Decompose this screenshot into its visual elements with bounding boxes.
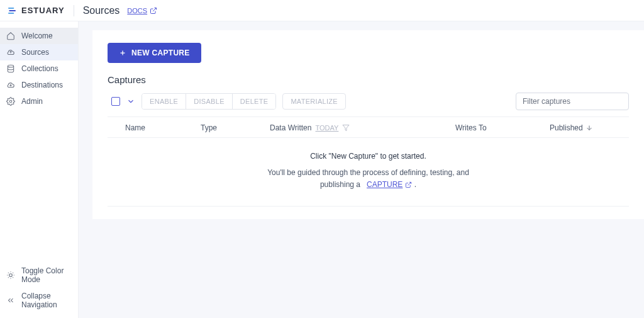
gear-icon [6,97,15,106]
svg-point-0 [8,65,13,67]
col-checkbox-spacer [111,123,125,132]
header-divider [74,5,74,16]
svg-point-2 [9,274,13,277]
col-writes-to[interactable]: Writes To [455,123,550,132]
sidebar-item-label: Collections [21,64,58,73]
col-data-written-label: Data Written [270,123,311,132]
external-link-icon [150,7,157,14]
collapse-nav-label: Collapse Navigation [21,292,72,309]
select-all-group [108,97,135,106]
cloud-down-icon [6,81,15,89]
home-icon [6,31,15,40]
col-name[interactable]: Name [125,123,201,132]
arrow-down-icon [586,124,593,132]
empty-sub-line1: You'll be guided through the process of … [267,168,469,177]
sidebar-nav: Welcome Sources Collections Destinations… [0,21,78,263]
empty-state-subtext: You'll be guided through the process of … [108,167,629,191]
new-capture-label: NEW CAPTURE [131,48,190,57]
sidebar-item-label: Welcome [21,31,53,40]
captures-card: NEW CAPTURE Captures ENABLE DISABLE DELE… [92,30,644,219]
sidebar: Welcome Sources Collections Destinations… [0,21,79,318]
delete-button[interactable]: DELETE [233,94,276,109]
layout: Welcome Sources Collections Destinations… [0,21,644,318]
brand-text: ESTUARY [21,6,65,15]
sidebar-item-sources[interactable]: Sources [0,44,78,60]
svg-point-1 [9,100,12,103]
sidebar-item-welcome[interactable]: Welcome [0,28,78,44]
sun-icon [6,271,15,280]
disable-button[interactable]: DISABLE [186,94,233,109]
chevrons-left-icon [6,296,15,305]
select-dropdown[interactable] [126,97,135,106]
filter-icon[interactable] [342,124,350,132]
docs-link[interactable]: DOCS [127,7,157,14]
collapse-navigation[interactable]: Collapse Navigation [0,288,78,313]
brand-logo: ESTUARY [8,6,65,16]
chevron-down-icon [126,97,135,106]
main-content: NEW CAPTURE Captures ENABLE DISABLE DELE… [79,21,644,318]
enable-button[interactable]: ENABLE [142,94,186,109]
sidebar-item-admin[interactable]: Admin [0,93,78,110]
sidebar-item-label: Sources [21,48,49,57]
empty-state-title: Click "New Capture" to get started. [108,152,629,161]
time-range-today[interactable]: TODAY [315,124,338,132]
sidebar-item-label: Destinations [21,81,63,89]
sidebar-item-collections[interactable]: Collections [0,60,78,77]
toggle-color-mode[interactable]: Toggle Color Mode [0,263,78,288]
new-capture-button[interactable]: NEW CAPTURE [108,43,201,63]
toggle-color-label: Toggle Color Mode [21,266,72,284]
col-data-written[interactable]: Data Written TODAY [270,123,455,132]
action-button-group: ENABLE DISABLE DELETE [142,93,276,110]
sidebar-bottom: Toggle Color Mode Collapse Navigation [0,263,78,318]
sidebar-item-destinations[interactable]: Destinations [0,77,78,93]
empty-sub-line2: publishing a [320,180,360,189]
external-link-icon [405,181,412,188]
docs-link-label: DOCS [127,7,147,14]
col-type[interactable]: Type [201,123,270,132]
filter-captures-input[interactable] [516,93,629,110]
top-header: ESTUARY Sources DOCS [0,0,644,21]
empty-sub-period: . [414,180,416,189]
cloud-up-icon [6,48,15,57]
materialize-button[interactable]: MATERIALIZE [282,93,346,110]
database-icon [6,64,15,73]
capture-link-label: CAPTURE [367,179,402,191]
page-title: Sources [83,5,120,16]
col-published[interactable]: Published [550,123,625,132]
captures-toolbar: ENABLE DISABLE DELETE MATERIALIZE [108,93,629,110]
sidebar-item-label: Admin [21,97,43,106]
captures-empty-state: Click "New Capture" to get started. You'… [108,138,629,207]
estuary-logo-icon [8,6,18,16]
col-published-label: Published [550,123,583,132]
captures-section-title: Captures [108,74,629,85]
capture-docs-link[interactable]: CAPTURE [367,179,412,191]
select-all-checkbox[interactable] [111,97,120,106]
plus-icon [119,49,126,57]
captures-table-header: Name Type Data Written TODAY Writes To P… [108,116,629,138]
